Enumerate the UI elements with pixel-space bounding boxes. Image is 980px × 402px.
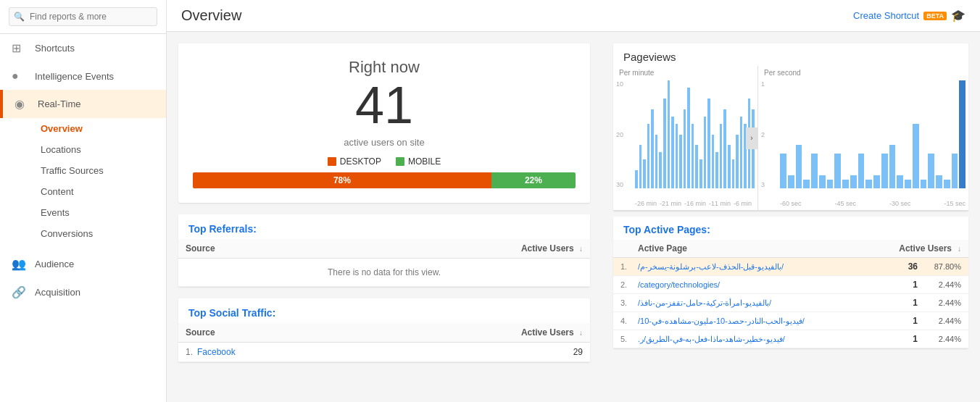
page-title: Overview: [181, 7, 241, 24]
list-item: 4. /فيديو-الحب-النادر-حصد-10-مليون-مشاهد…: [613, 312, 968, 330]
sidebar-item-label-audience: Audience: [35, 259, 74, 269]
mobile-bar: 22%: [491, 172, 576, 188]
device-legend: DESKTOP MOBILE: [193, 156, 576, 167]
sub-nav: Overview Locations Traffic Sources Conte…: [0, 118, 166, 244]
active-pages-body: 1. /بالفيديو-قبل-الحذف-لاعب-برشلونة-يسخر…: [613, 258, 968, 348]
audience-icon: 👥: [12, 257, 28, 271]
top-referrals-section: Top Referrals: Source Active Users ↓: [178, 214, 590, 287]
chart-bar: [842, 180, 849, 188]
sidebar-item-shortcuts[interactable]: ⊞ Shortcuts: [0, 34, 166, 62]
desktop-label: DESKTOP: [340, 156, 381, 167]
chart-bar: [668, 80, 670, 188]
chart-bar: [647, 124, 650, 188]
y-labels-left: 30 20 10: [616, 80, 623, 188]
chart-bar: [928, 154, 934, 188]
social-source-link[interactable]: Facebook: [197, 347, 236, 357]
per-second-label: Per second: [758, 69, 968, 77]
top-social-title: Top Social Traffic:: [178, 298, 590, 323]
y-labels-right: 3 2 1: [761, 80, 765, 188]
top-social-section: Top Social Traffic: Source Active Users …: [178, 298, 590, 362]
pageviews-chart: Pageviews Per minute 30 20 10 -26 min -2…: [613, 43, 968, 211]
active-page-col: Active Page: [638, 243, 889, 254]
active-page-link[interactable]: /فيديو-الحب-النادر-حصد-10-مليون-مشاهده-ف…: [638, 317, 889, 326]
active-page-link[interactable]: /بالفيديو-امرأة-تركية-حامل-تقفز-من-نافذ/: [638, 298, 889, 308]
search-input[interactable]: [9, 7, 157, 26]
right-chart-bars: [780, 80, 966, 188]
rightnow-count: 41: [193, 77, 576, 134]
table-row: 1.Facebook 29: [178, 343, 590, 362]
social-table: Source Active Users ↓ 1.Facebook 29: [178, 323, 590, 362]
chart-bar: [692, 124, 694, 188]
chart-bar: [704, 117, 707, 188]
chart-bar: [905, 180, 911, 188]
sidebar-item-acquisition[interactable]: 🔗 Acquisition: [0, 278, 166, 306]
chart-bar: [834, 154, 841, 188]
subnav-item-conversions[interactable]: Conversions: [35, 223, 166, 244]
social-source-col: Source: [178, 323, 367, 343]
chart-bar: [687, 88, 690, 188]
active-page-link[interactable]: /فيديو-خطير-شاهد-ماذا-فعل-به-في-الطريق/ر…: [638, 335, 889, 344]
sidebar: 🔍 ⊞ Shortcuts ● Intelligence Events ◉ Re…: [0, 0, 167, 402]
chart-bar: [850, 175, 857, 188]
per-minute-label: Per minute: [613, 69, 757, 77]
desktop-legend: DESKTOP: [328, 156, 381, 167]
shortcuts-icon: ⊞: [12, 41, 28, 55]
sidebar-item-realtime[interactable]: ◉ Real-Time: [0, 90, 166, 118]
chart-bar: [952, 154, 958, 188]
chart-bar: [635, 170, 638, 188]
chart-bar: [732, 159, 735, 188]
subnav-item-overview[interactable]: Overview: [35, 118, 166, 139]
chart-left: Per minute 30 20 10 -26 min -21 min -16 …: [613, 66, 758, 210]
top-active-pages-title: Top Active Pages:: [613, 217, 968, 240]
chart-bar: [796, 145, 802, 188]
rightnow-label: active users on site: [193, 137, 576, 148]
social-users-col: Active Users ↓: [367, 323, 590, 343]
chart-bar: [827, 180, 834, 188]
top-active-pages-section: Top Active Pages: Active Page Active Use…: [613, 217, 968, 348]
chart-bar: [663, 99, 666, 188]
desktop-dot: [328, 157, 336, 166]
sidebar-item-label-shortcuts: Shortcuts: [35, 43, 75, 54]
subnav-item-traffic-sources[interactable]: Traffic Sources: [35, 160, 166, 181]
chart-bar: [695, 145, 698, 188]
chart-bar: [780, 154, 786, 188]
subnav-item-locations[interactable]: Locations: [35, 139, 166, 160]
sidebar-item-intelligence[interactable]: ● Intelligence Events: [0, 62, 166, 90]
top-referrals-title: Top Referrals:: [178, 214, 590, 239]
chart-bar: [740, 117, 743, 188]
chart-bar: [913, 124, 919, 188]
referrals-users-col: Active Users ↓: [329, 239, 590, 259]
list-item: 1. /بالفيديو-قبل-الحذف-لاعب-برشلونة-يسخر…: [613, 258, 968, 276]
chart-bar: [684, 109, 686, 188]
sort-icon[interactable]: ↓: [579, 245, 583, 253]
list-item: 5. /فيديو-خطير-شاهد-ماذا-فعل-به-في-الطري…: [613, 330, 968, 348]
subnav-item-content[interactable]: Content: [35, 181, 166, 202]
subnav-item-events[interactable]: Events: [35, 202, 166, 223]
chart-bar: [639, 145, 642, 188]
chart-bar: [676, 124, 678, 188]
chart-bar: [679, 135, 682, 189]
pageviews-title: Pageviews: [613, 43, 968, 66]
chart-bar: [959, 80, 966, 188]
sidebar-item-label-acquisition: Acquisition: [35, 287, 80, 298]
search-box: 🔍: [0, 0, 166, 34]
chart-bar: [659, 152, 662, 188]
progress-bar: 78% 22%: [193, 172, 576, 188]
create-shortcut-button[interactable]: Create Shortcut BETA 🎓: [853, 9, 966, 22]
list-item: 2. /category/technologies/ 1 2.44%: [613, 276, 968, 294]
top-bar: Overview Create Shortcut BETA 🎓: [167, 0, 980, 32]
chart-bar: [712, 135, 715, 189]
sidebar-item-audience[interactable]: 👥 Audience: [0, 250, 166, 278]
chart-right: Per second 3 2 1 -60 sec -45 sec -30 sec…: [758, 66, 968, 210]
referrals-source-col: Source: [178, 239, 329, 259]
chart-bar: [651, 109, 654, 188]
active-page-link[interactable]: /category/technologies/: [638, 280, 889, 289]
chart-bar: [881, 154, 888, 188]
expand-arrow[interactable]: ›: [746, 127, 757, 149]
active-pages-header: Active Page Active Users ↓: [613, 240, 968, 258]
search-icon: 🔍: [14, 12, 25, 22]
mobile-dot: [396, 157, 404, 166]
ap-sort-icon[interactable]: ↓: [958, 245, 961, 253]
active-page-link[interactable]: /بالفيديو-قبل-الحذف-لاعب-برشلونة-يسخر-م/: [638, 262, 889, 272]
social-sort-icon[interactable]: ↓: [579, 329, 583, 337]
